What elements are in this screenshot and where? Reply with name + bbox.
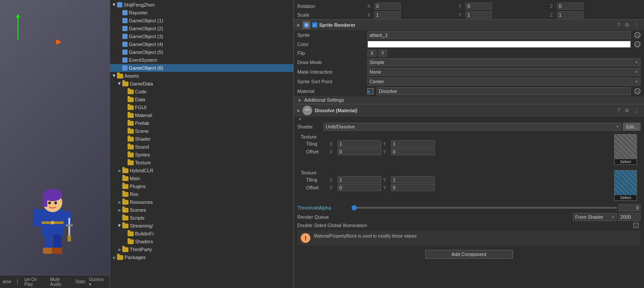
sprite-label: Sprite	[297, 32, 367, 38]
texture2-offset-x-input[interactable]	[338, 184, 381, 191]
tree-item-main[interactable]: Main	[110, 174, 293, 182]
sprite-target-icon[interactable]: ◎	[634, 32, 640, 38]
tree-item-shader[interactable]: Shader	[110, 135, 293, 143]
add-component-button[interactable]: Add Component	[425, 250, 513, 259]
material-help-icon[interactable]: ?	[616, 107, 622, 114]
rotation-z-input[interactable]	[557, 3, 584, 10]
scale-z-input[interactable]	[557, 11, 584, 18]
sprite-renderer-header[interactable]: ▶ ✓ Sprite Renderer ? ⚙ ⋮	[294, 19, 644, 30]
scale-x-input[interactable]	[374, 11, 401, 18]
folder-icon	[128, 105, 134, 110]
tree-item-scenes[interactable]: ▶ Scenes	[110, 206, 293, 214]
material-field: ■ Dissolve	[367, 87, 631, 95]
threshold-slider[interactable]	[352, 207, 617, 209]
flip-row: Flip X Y	[294, 49, 644, 57]
sprite-field[interactable]: attack_1	[367, 31, 631, 39]
folder-icon	[128, 231, 134, 236]
tree-item-gameobj6[interactable]: GameObject (6)	[110, 64, 293, 72]
shader-dropdown[interactable]: Unlit/Dissolve ▼	[324, 123, 621, 131]
mute-audio-btn[interactable]: Mute Audio	[50, 277, 72, 287]
scroll-down-arrow: ▼	[297, 117, 302, 121]
tree-item-gameobj1[interactable]: GameObject (1)	[110, 17, 293, 25]
mask-interaction-dropdown[interactable]: None ▼	[367, 68, 640, 76]
texture2-tiling-y-input[interactable]	[391, 176, 435, 183]
rotation-y-input[interactable]	[466, 3, 492, 10]
tree-item-fgui[interactable]: FGUI	[110, 103, 293, 111]
shader-edit-button[interactable]: Edit...	[623, 123, 640, 131]
tree-item-reporter[interactable]: Reporter	[110, 9, 293, 17]
rotation-x-input[interactable]	[374, 3, 401, 10]
texture1-tiling-x-input[interactable]	[338, 140, 381, 147]
color-field[interactable]	[367, 41, 631, 48]
stats-btn[interactable]: Stats	[75, 279, 85, 284]
help-icon[interactable]: ?	[616, 21, 622, 28]
gizmos-btn[interactable]: Gizmos ▾	[89, 277, 107, 287]
tree-item-gameobj2[interactable]: GameObject (2)	[110, 25, 293, 32]
tree-item-shaders[interactable]: Shaders	[110, 238, 293, 245]
texture2-tiling-x-input[interactable]	[338, 176, 381, 183]
tree-item-res[interactable]: Res	[110, 190, 293, 198]
size-on-play-btn[interactable]: ize On Play	[24, 277, 46, 287]
texture1-tiling-y-input[interactable]	[391, 140, 435, 147]
tree-label: EventSystem	[129, 57, 157, 63]
material-circle-icon	[302, 106, 312, 115]
texture1-offset-y-input[interactable]	[391, 148, 435, 155]
tree-item-hybridclr[interactable]: ▶ HybridCLR	[110, 167, 293, 174]
texture2-offset-y-input[interactable]	[391, 184, 435, 191]
flip-x-button[interactable]: X	[367, 50, 377, 57]
tree-item-gamedata[interactable]: ▶ GameData	[110, 80, 293, 88]
tree-item-sprites[interactable]: Sprites	[110, 151, 293, 159]
scale-y-input[interactable]	[466, 11, 492, 18]
material-settings-icon[interactable]: ⚙	[623, 107, 631, 114]
texture1-offset-x-input[interactable]	[338, 148, 381, 155]
tree-item-code[interactable]: Code	[110, 88, 293, 96]
more-icon[interactable]: ⋮	[633, 21, 640, 28]
material-target-icon[interactable]: ◎	[634, 88, 640, 94]
render-queue-option: From Shader	[575, 214, 603, 220]
threshold-handle[interactable]	[352, 205, 357, 210]
component-enabled-checkbox[interactable]: ✓	[312, 22, 317, 28]
texture1-preview[interactable]: Select	[614, 134, 637, 165]
tree-item-sound[interactable]: Sound	[110, 143, 293, 151]
material-checkbox[interactable]: ■	[367, 88, 374, 94]
material-name-field[interactable]: Dissolve	[377, 87, 631, 95]
tree-item-plugins[interactable]: Plugins	[110, 182, 293, 190]
tree-item-packages[interactable]: ▶ Packages	[110, 253, 293, 261]
tree-item-prefab[interactable]: Prefab	[110, 119, 293, 127]
folder-icon	[128, 129, 134, 134]
tree-item-scene[interactable]: Scene	[110, 127, 293, 135]
render-queue-dropdown[interactable]: From Shader ▼	[573, 213, 617, 221]
gameobj-icon	[122, 42, 128, 47]
additional-settings-row[interactable]: ▶ Additional Settings	[294, 96, 644, 104]
tree-item-resources[interactable]: ▶ Resources	[110, 198, 293, 206]
tree-item-buildinfi[interactable]: BuildinFi	[110, 230, 293, 238]
scene-menu-button[interactable]: ⋮	[14, 278, 21, 285]
tree-item-texture[interactable]: Texture	[110, 159, 293, 167]
tree-item-shijifengzhen[interactable]: ▶ ShijiFengZhen	[110, 1, 293, 9]
tree-label: Code	[135, 89, 146, 94]
tree-item-streaming[interactable]: ▶ Streaming/	[110, 222, 293, 230]
tree-item-scripts[interactable]: Scripts	[110, 214, 293, 222]
draw-mode-dropdown[interactable]: Simple ▼	[367, 58, 640, 66]
tree-item-data[interactable]: Data	[110, 96, 293, 103]
tree-item-gameobj3[interactable]: GameObject (3)	[110, 32, 293, 40]
tree-item-assets[interactable]: ▶ Assets	[110, 72, 293, 80]
render-queue-num-input[interactable]	[619, 213, 640, 221]
tree-label: GameObject (5)	[129, 50, 163, 55]
tree-arrow	[122, 105, 128, 110]
folder-icon	[122, 208, 128, 213]
texture2-preview[interactable]: Select	[614, 170, 637, 201]
sprite-sort-point-dropdown[interactable]: Center ▼	[367, 78, 640, 85]
tree-item-eventsystem[interactable]: EventSystem	[110, 56, 293, 64]
flip-y-button[interactable]: Y	[378, 50, 388, 57]
material-more-icon[interactable]: ⋮	[633, 107, 640, 114]
material-component-header[interactable]: ▶ Dissolve (Material) ? ⚙ ⋮	[294, 104, 644, 117]
tree-item-thirdparty[interactable]: ▶ ThirdParty	[110, 245, 293, 253]
tree-item-material[interactable]: Materail	[110, 111, 293, 119]
tree-item-gameobj5[interactable]: GameObject (5)	[110, 48, 293, 56]
color-target-icon[interactable]: ◎	[634, 41, 640, 47]
tree-item-gameobj4[interactable]: GameObject (4)	[110, 40, 293, 48]
double-sided-checkbox[interactable]	[633, 223, 639, 228]
threshold-input[interactable]	[619, 204, 640, 211]
settings-icon[interactable]: ⚙	[623, 21, 631, 28]
